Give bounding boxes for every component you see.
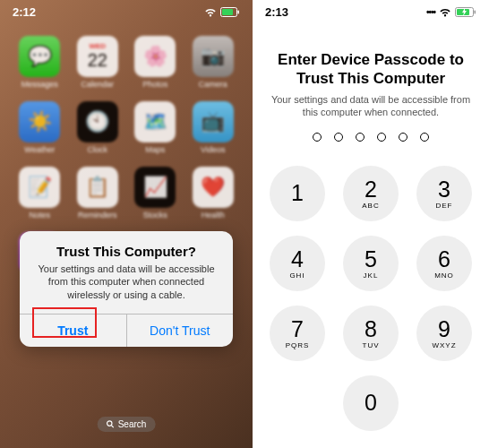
passcode-title: Enter Device Passcode to Trust This Comp… [270,50,471,89]
battery-icon [455,7,476,17]
app-weather[interactable]: ☀️Weather [14,101,65,154]
app-stocks[interactable]: 📈Stocks [130,167,181,220]
key-2[interactable]: 2ABC [343,166,399,221]
dialog-buttons: Trust Don't Trust [20,314,233,347]
trust-button[interactable]: Trust [20,314,126,347]
reminders-icon: 📋 [85,176,109,199]
cellular-icon: •••• [426,7,435,17]
phone-right: 2:13 •••• Enter Device Passcode to Trust… [253,0,489,448]
phone-left: 2:12 💬Messages WED22Calendar 🌸Photos 📷Ca… [0,0,253,448]
notes-icon: 📝 [28,176,52,199]
weather-icon: ☀️ [28,110,52,134]
videos-icon: 📺 [201,110,225,134]
app-notes[interactable]: 📝Notes [14,167,65,220]
time-left: 2:12 [13,5,36,19]
messages-icon: 💬 [28,45,52,68]
app-videos[interactable]: 📺Videos [188,101,239,154]
key-7[interactable]: 7PQRS [270,306,325,361]
battery-icon [220,7,240,17]
passcode-dots [253,133,489,142]
app-reminders[interactable]: 📋Reminders [73,167,124,220]
dialog-message: Your settings and data will be accessibl… [20,263,233,314]
time-right: 2:13 [265,5,288,19]
key-4[interactable]: 4GHI [270,236,325,291]
svg-rect-2 [238,11,240,14]
status-icons-right: •••• [426,7,476,17]
passcode-dot [399,133,408,142]
dont-trust-button[interactable]: Don't Trust [126,314,234,347]
key-6[interactable]: 6MNO [416,236,472,291]
key-3[interactable]: 3DEF [416,166,472,221]
search-label: Search [118,419,147,429]
search-icon [107,420,115,428]
passcode-dot [356,133,365,142]
status-icons-left [204,7,240,17]
trust-dialog: Trust This Computer? Your settings and d… [20,231,233,347]
status-bar-right: 2:13 •••• [253,5,489,19]
camera-icon: 📷 [201,45,225,68]
wifi-icon [204,8,217,17]
passcode-dot [313,133,322,142]
keypad: 1 2ABC 3DEF 4GHI 5JKL 6MNO 7PQRS 8TUV 9W… [253,166,489,431]
app-maps[interactable]: 🗺️Maps [130,101,181,154]
key-0[interactable]: 0 [343,375,399,431]
calendar-date: 22 [88,50,107,71]
stocks-icon: 📈 [143,176,167,199]
svg-line-4 [112,426,114,427]
app-camera[interactable]: 📷Camera [188,36,239,89]
key-1[interactable]: 1 [270,166,325,221]
wifi-icon [439,8,451,17]
passcode-dot [420,133,429,142]
app-clock[interactable]: 🕙Clock [73,101,124,154]
passcode-message: Your settings and data will be accessibl… [270,93,471,119]
key-9[interactable]: 9WXYZ [416,306,472,361]
key-8[interactable]: 8TUV [343,306,399,361]
search-pill[interactable]: Search [98,417,156,432]
svg-rect-7 [475,11,476,14]
photos-icon: 🌸 [143,45,167,68]
dialog-title: Trust This Computer? [20,231,233,263]
passcode-dot [377,133,386,142]
svg-rect-1 [222,9,233,15]
passcode-dot [334,133,343,142]
key-5[interactable]: 5JKL [343,236,399,291]
svg-point-3 [107,421,112,426]
app-photos[interactable]: 🌸Photos [130,36,181,89]
app-health[interactable]: ❤️Health [188,167,239,220]
app-messages[interactable]: 💬Messages [14,36,65,89]
health-icon: ❤️ [201,176,225,199]
status-bar-left: 2:12 [0,5,253,19]
maps-icon: 🗺️ [143,110,167,134]
clock-icon: 🕙 [85,110,109,134]
app-calendar[interactable]: WED22Calendar [73,36,124,89]
calendar-day: WED [89,42,106,50]
